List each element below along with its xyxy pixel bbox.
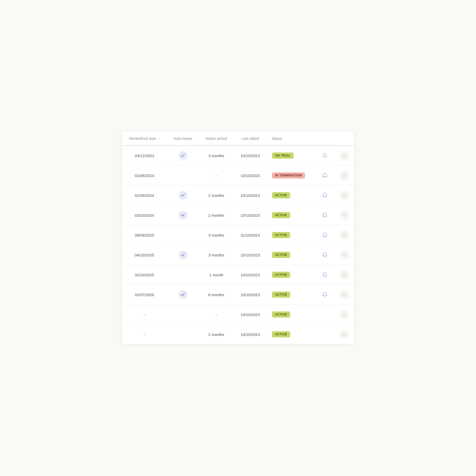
cell-notice-period: - (199, 305, 234, 325)
cell-notice-period: - (199, 166, 234, 185)
cell-last-edited: 31/10/2023 (234, 225, 267, 245)
row-menu-button[interactable]: ··· (340, 211, 349, 220)
row-menu-button[interactable]: ··· (340, 151, 349, 160)
cell-status: ACTIVE (267, 325, 315, 344)
col-header-notice-period: Notice period (199, 132, 234, 146)
cell-bell (315, 166, 335, 185)
cell-menu: ··· (335, 325, 354, 344)
col-header-auto-renew: Auto-renew (167, 132, 199, 146)
sort-asc-icon: ↑ (158, 137, 159, 141)
cell-renew-end-date: 04/10/2025 (122, 245, 167, 265)
table-row: 01/09/20242 months10/10/2023ACTIVE ··· (122, 185, 354, 205)
cell-auto-renew (167, 325, 199, 344)
bell-icon[interactable] (320, 211, 329, 220)
cell-status: ACTIVE (267, 185, 315, 205)
row-menu-button[interactable]: ··· (340, 191, 349, 200)
cell-last-edited: 10/10/2023 (234, 265, 267, 285)
cell-bell (315, 185, 335, 205)
cell-auto-renew (167, 166, 199, 185)
row-menu-button[interactable]: ··· (340, 270, 349, 279)
cell-renew-end-date: - (122, 305, 167, 325)
cell-last-edited: 10/10/2023 (234, 305, 267, 325)
bell-icon[interactable] (320, 171, 329, 180)
cell-bell (315, 265, 335, 285)
cell-auto-renew (167, 225, 199, 245)
cell-status: IN TERMINATION (267, 166, 315, 185)
table-row: 03/10/20242 months10/10/2023ACTIVE ··· (122, 205, 354, 225)
cell-notice-period: 2 months (199, 185, 234, 205)
bell-muted-icon[interactable] (320, 151, 329, 160)
col-header-renew-end-date[interactable]: Renew/End date ↑ (122, 132, 167, 146)
table-header: Renew/End date ↑ Auto-renew Notice perio… (122, 132, 354, 146)
cell-last-edited: 10/10/2023 (234, 245, 267, 265)
row-menu-button[interactable]: ··· (340, 230, 349, 240)
cell-menu: ··· (335, 225, 354, 245)
cell-status: ACTIVE (267, 265, 315, 285)
contracts-table: Renew/End date ↑ Auto-renew Notice perio… (122, 132, 354, 344)
row-menu-button[interactable]: ··· (340, 330, 349, 339)
bell-icon[interactable] (320, 230, 329, 240)
status-badge: ACTIVE (272, 192, 290, 198)
table-row: 04/10/20253 months10/10/2023ACTIVE ··· (122, 245, 354, 265)
auto-renew-check-icon (179, 191, 187, 200)
row-menu-button[interactable]: ··· (340, 310, 349, 319)
cell-notice-period: 2 months (199, 325, 234, 344)
cell-last-edited: 10/10/2023 (234, 185, 267, 205)
cell-last-edited: 10/10/2023 (234, 285, 267, 305)
auto-renew-check-icon (179, 151, 187, 160)
cell-last-edited: 10/10/2023 (234, 166, 267, 185)
status-badge: ACTIVE (272, 311, 290, 318)
cell-renew-end-date: 01/09/2024 (122, 185, 167, 205)
cell-last-edited: 10/10/2023 (234, 146, 267, 166)
bell-icon[interactable] (320, 270, 329, 279)
cell-auto-renew (167, 265, 199, 285)
cell-bell (315, 285, 335, 305)
cell-menu: ··· (335, 305, 354, 325)
cell-auto-renew (167, 146, 199, 166)
status-badge: ON TRIAL (272, 152, 294, 159)
status-badge: ACTIVE (272, 272, 290, 278)
cell-renew-end-date: 26/09/2025 (122, 225, 167, 245)
status-badge: ACTIVE (272, 292, 290, 298)
cell-status: ACTIVE (267, 245, 315, 265)
cell-last-edited: 10/10/2023 (234, 325, 267, 344)
cell-bell (315, 205, 335, 225)
cell-menu: ··· (335, 146, 354, 166)
col-header-status: Status (267, 132, 315, 146)
row-menu-button[interactable]: ··· (340, 250, 349, 260)
col-header-last-edited: Last edited (234, 132, 267, 146)
cell-notice-period: 3 months (199, 146, 234, 166)
auto-renew-check-icon (179, 290, 187, 299)
bell-icon[interactable] (320, 290, 329, 299)
cell-auto-renew (167, 185, 199, 205)
cell-notice-period: 3 months (199, 245, 234, 265)
cell-renew-end-date: 31/10/2025 (122, 265, 167, 285)
table-row: 03/12/20233 months10/10/2023ON TRIAL ··· (122, 146, 354, 166)
table-row: --10/10/2023ACTIVE··· (122, 305, 354, 325)
cell-bell (315, 325, 335, 344)
auto-renew-check-icon (179, 251, 187, 259)
cell-auto-renew (167, 245, 199, 265)
cell-bell (315, 146, 335, 166)
cell-status: ACTIVE (267, 285, 315, 305)
cell-status: ACTIVE (267, 225, 315, 245)
row-menu-button[interactable]: ··· (340, 290, 349, 299)
cell-bell (315, 225, 335, 245)
status-badge: ACTIVE (272, 252, 290, 258)
bell-icon[interactable] (320, 250, 329, 260)
table-row: 31/10/20251 month10/10/2023ACTIVE ··· (122, 265, 354, 285)
cell-status: ACTIVE (267, 205, 315, 225)
cell-menu: ··· (335, 205, 354, 225)
table-row: 26/09/20253 months31/10/2023ACTIVE ··· (122, 225, 354, 245)
cell-notice-period: 2 months (199, 205, 234, 225)
cell-status: ACTIVE (267, 305, 315, 325)
status-badge: ACTIVE (272, 232, 290, 238)
row-menu-button[interactable]: ··· (340, 171, 349, 180)
cell-bell (315, 305, 335, 325)
auto-renew-check-icon (179, 211, 187, 220)
cell-menu: ··· (335, 245, 354, 265)
status-badge: IN TERMINATION (272, 172, 305, 179)
bell-icon[interactable] (320, 191, 329, 200)
cell-renew-end-date: - (122, 325, 167, 344)
table-row: 01/07/20266 months10/10/2023ACTIVE ··· (122, 285, 354, 305)
